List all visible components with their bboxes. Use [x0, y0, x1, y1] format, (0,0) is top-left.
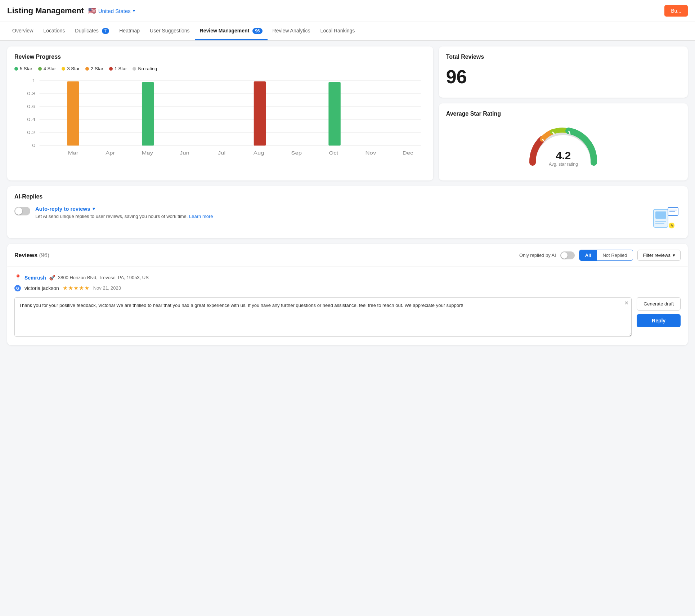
chevron-down-icon: ▾	[673, 253, 675, 258]
ai-replies-description: Let AI send unique replies to user revie…	[35, 214, 213, 219]
only-replied-toggle[interactable]	[560, 251, 575, 259]
svg-text:0.4: 0.4	[27, 117, 35, 122]
svg-rect-14	[254, 81, 266, 146]
ai-replies-section: AI-Replies Auto-reply to reviews ▾ Let A…	[7, 186, 688, 238]
main-content: Review Progress 5 Star 4 Star 3 Star 2 S…	[0, 41, 695, 351]
page-title: Listing Management	[7, 6, 84, 15]
gauge-number: 4.2	[549, 149, 578, 162]
tab-overview[interactable]: Overview	[7, 22, 38, 40]
svg-rect-12	[67, 81, 79, 146]
legend-1star: 1 Star	[109, 66, 127, 71]
ai-replies-text-block: Auto-reply to reviews ▾ Let AI send uniq…	[35, 206, 213, 219]
ai-replies-header: Auto-reply to reviews ▾ Let AI send uniq…	[14, 206, 681, 231]
reviews-tab-group: All Not Replied	[579, 250, 633, 261]
auto-reply-label: Auto-reply to reviews	[35, 206, 90, 212]
reviews-count: (96)	[39, 252, 49, 258]
nav-tabs: Overview Locations Duplicates 7 Heatmap …	[0, 22, 695, 41]
reply-actions: Generate draft Reply	[637, 297, 681, 327]
legend-dot-2star	[85, 67, 89, 71]
ai-replies-desc-text: Let AI send unique replies to user revie…	[35, 214, 188, 219]
svg-text:Jun: Jun	[180, 151, 189, 155]
review-location: 📍 Semrush 🚀 3800 Horizon Blvd, Trevose, …	[14, 274, 681, 281]
only-replied-label: Only replied by AI	[519, 253, 556, 258]
google-icon: G	[14, 285, 21, 291]
legend-dot-no-rating	[133, 67, 136, 71]
svg-rect-30	[655, 211, 666, 219]
ai-replies-section-title: AI-Replies	[14, 193, 681, 200]
tab-not-replied-button[interactable]: Not Replied	[597, 250, 633, 260]
legend-2star: 2 Star	[85, 66, 103, 71]
legend-label-5star: 5 Star	[20, 66, 32, 71]
legend-label-1star: 1 Star	[115, 66, 127, 71]
legend-5star: 5 Star	[14, 66, 32, 71]
svg-text:Jul: Jul	[218, 151, 225, 155]
svg-text:Dec: Dec	[403, 151, 413, 155]
location-pin-icon: 📍	[14, 274, 22, 281]
tab-locations[interactable]: Locations	[38, 22, 70, 40]
bar-chart: 1 0.8 0.6 0.4 0.2 0 Mar Apr May Jun	[14, 77, 426, 164]
tab-local-rankings[interactable]: Local Rankings	[315, 22, 360, 40]
svg-rect-15	[328, 82, 340, 146]
reply-button[interactable]: Reply	[637, 314, 681, 327]
review-progress-card: Review Progress 5 Star 4 Star 3 Star 2 S…	[7, 46, 433, 180]
flag-icon: 🇺🇸	[88, 7, 96, 15]
tab-review-analytics[interactable]: Review Analytics	[268, 22, 315, 40]
top-header: Listing Management 🇺🇸 United States ▾ Bu…	[0, 0, 695, 22]
country-name: United States	[98, 8, 131, 14]
ai-replies-left: Auto-reply to reviews ▾ Let AI send uniq…	[14, 206, 213, 219]
review-progress-title: Review Progress	[14, 54, 426, 60]
filter-reviews-button[interactable]: Filter reviews ▾	[637, 250, 681, 261]
gauge-label: Avg. star rating	[549, 162, 578, 167]
total-reviews-title: Total Reviews	[446, 54, 681, 60]
rocket-icon: 🚀	[49, 275, 55, 281]
review-meta: G victoria jackson ★★★★★ Nov 21, 2023	[14, 285, 681, 291]
legend-dot-1star	[109, 67, 113, 71]
right-column: Total Reviews 96 Average Star Rating	[439, 46, 688, 180]
reply-area: Thank you for your positive feedback, Vi…	[14, 297, 681, 338]
total-reviews-card: Total Reviews 96	[439, 46, 688, 98]
svg-text:0.6: 0.6	[27, 104, 35, 109]
review-address: 3800 Horizon Blvd, Trevose, PA, 19053, U…	[58, 275, 149, 280]
tab-all-button[interactable]: All	[579, 250, 597, 260]
tab-review-management[interactable]: Review Management 96	[195, 22, 268, 40]
ai-illustration: ✎	[648, 206, 681, 231]
legend-label-4star: 4 Star	[44, 66, 56, 71]
only-replied-toggle-knob	[561, 252, 568, 259]
legend-label-no-rating: No rating	[138, 66, 157, 71]
svg-text:Oct: Oct	[329, 151, 338, 155]
buy-button[interactable]: Bu...	[664, 5, 688, 17]
svg-text:0: 0	[32, 143, 35, 148]
ai-illustration-svg: ✎	[648, 206, 681, 231]
close-icon[interactable]: ✕	[624, 300, 629, 306]
gauge-wrapper: 4.2 Avg. star rating	[527, 126, 599, 170]
auto-reply-title[interactable]: Auto-reply to reviews ▾	[35, 206, 213, 212]
reviews-header-bar: Reviews (96) Only replied by AI All Not …	[7, 244, 688, 267]
auto-reply-toggle[interactable]	[14, 207, 30, 215]
legend-label-3star: 3 Star	[67, 66, 80, 71]
reviewer-name: victoria jackson	[24, 285, 59, 291]
tab-heatmap[interactable]: Heatmap	[114, 22, 145, 40]
svg-rect-13	[142, 82, 154, 146]
svg-text:Apr: Apr	[106, 151, 115, 155]
textarea-wrapper: Thank you for your positive feedback, Vi…	[14, 297, 632, 338]
svg-text:✎: ✎	[671, 224, 673, 228]
gauge-container: 4.2 Avg. star rating	[446, 123, 681, 173]
legend-label-2star: 2 Star	[91, 66, 103, 71]
country-selector[interactable]: 🇺🇸 United States ▾	[88, 7, 135, 15]
reply-textarea[interactable]: Thank you for your positive feedback, Vi…	[14, 297, 632, 337]
svg-text:Mar: Mar	[68, 151, 79, 155]
svg-text:Sep: Sep	[291, 151, 302, 155]
svg-text:Aug: Aug	[254, 151, 264, 155]
legend-no-rating: No rating	[133, 66, 157, 71]
svg-text:0.2: 0.2	[27, 130, 35, 135]
filter-reviews-label: Filter reviews	[643, 253, 671, 258]
avg-rating-card: Average Star Rating	[439, 103, 688, 180]
tab-user-suggestions[interactable]: User Suggestions	[145, 22, 195, 40]
svg-rect-33	[668, 207, 678, 215]
generate-draft-button[interactable]: Generate draft	[637, 297, 681, 311]
legend-3star: 3 Star	[62, 66, 80, 71]
chart-svg: 1 0.8 0.6 0.4 0.2 0 Mar Apr May Jun	[14, 77, 426, 164]
tab-duplicates[interactable]: Duplicates 7	[70, 22, 114, 40]
learn-more-link[interactable]: Learn more	[189, 214, 213, 219]
legend-4star: 4 Star	[38, 66, 56, 71]
